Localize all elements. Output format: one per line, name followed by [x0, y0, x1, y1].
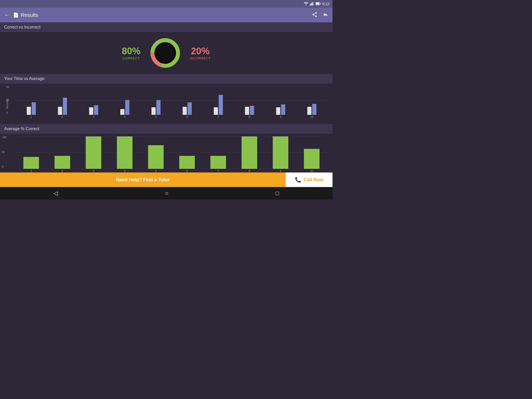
time-chart-section: Seconds 50 25 0 12345678910: [0, 84, 332, 124]
time-bar-label: 5: [140, 115, 171, 118]
svg-text:!: !: [316, 3, 317, 5]
time-bar-label: 7: [203, 115, 234, 118]
svg-rect-3: [313, 2, 314, 5]
correct-vs-incorrect-header: Correct vs Incorrect: [0, 22, 332, 32]
blue-bar: [156, 100, 161, 115]
blue-bar: [281, 104, 285, 115]
avg-bar-group: [117, 136, 132, 169]
nav-back-button[interactable]: ◁: [54, 190, 58, 197]
blue-bar: [312, 104, 316, 115]
green-bar: [242, 136, 257, 169]
time-bar-label: 1: [16, 115, 47, 118]
battery-icon: !: [316, 2, 321, 6]
avg-bar-label: 6: [171, 169, 203, 172]
donut-container: 80% CORRECT 20% INCORRECT: [122, 36, 211, 70]
time-bar-label: 9: [265, 115, 296, 118]
blue-bar: [125, 100, 129, 115]
blue-bar: [250, 106, 254, 115]
page-title: Results: [21, 12, 312, 18]
avg-bars: [16, 136, 327, 169]
svg-rect-5: [320, 3, 321, 4]
avg-bar-group: [210, 156, 226, 169]
svg-rect-2: [312, 2, 313, 5]
help-text: Need Help? Find a Tutor: [116, 177, 170, 183]
avg-y-axis-numbers: 100 50 0: [2, 136, 6, 168]
time-bar-group: [245, 106, 254, 115]
correct-stat: 80% CORRECT: [122, 46, 141, 60]
avg-chart-section: 100 50 0 12345678910: [0, 134, 332, 178]
time-bar-group: [58, 98, 67, 115]
nav-bar: ◁ ○ □: [0, 187, 332, 200]
avg-bar-label: 5: [140, 169, 171, 172]
help-banner: Need Help? Find a Tutor: [0, 172, 286, 187]
time-bar-group: [27, 102, 36, 115]
action-icons: [312, 12, 328, 19]
green-bar: [304, 149, 320, 169]
avg-chart-area: 12345678910: [16, 136, 327, 175]
avg-bar-label: 8: [234, 169, 265, 172]
svg-rect-1: [311, 3, 312, 5]
time-bar-group: [183, 102, 192, 115]
svg-point-11: [156, 43, 175, 63]
green-bar: [55, 156, 70, 169]
wifi-icon: [304, 2, 308, 6]
donut-chart-section: 80% CORRECT 20% INCORRECT: [0, 32, 332, 74]
time-bar-label: 3: [78, 115, 109, 118]
green-bar: [117, 136, 132, 169]
green-bar: [23, 157, 39, 169]
call-now-button[interactable]: 📞 Call Now: [286, 172, 332, 187]
green-bar: [210, 156, 226, 169]
avg-correct-header: Average % Correct: [0, 124, 332, 134]
nav-recent-button[interactable]: □: [276, 190, 279, 197]
green-bar: [273, 136, 288, 169]
signal-icon: [310, 2, 314, 6]
time-bar-group: [151, 100, 161, 115]
avg-bar-group: [55, 156, 70, 169]
avg-bar-label: 9: [265, 169, 296, 172]
white-bar: [27, 107, 31, 115]
bottom-banner: Need Help? Find a Tutor 📞 Call Now: [0, 172, 332, 187]
time-x-labels: 12345678910: [16, 115, 327, 118]
avg-bar-label: 10: [296, 169, 327, 172]
avg-x-labels: 12345678910: [16, 169, 327, 172]
donut-chart: [148, 36, 182, 70]
avg-bar-label: 4: [109, 169, 140, 172]
blue-bar: [188, 102, 192, 115]
white-bar: [151, 107, 156, 115]
blue-bar: [63, 98, 67, 115]
blue-bar: [94, 105, 98, 115]
avg-bar-label: 7: [203, 169, 234, 172]
time-chart-area: 12345678910: [16, 86, 327, 120]
time-bar-group: [307, 104, 316, 115]
avg-bar-label: 3: [78, 169, 109, 172]
time-bar-label: 4: [109, 115, 140, 118]
correct-percent: 80%: [122, 46, 141, 57]
white-bar: [120, 109, 124, 115]
y-axis-numbers: 50 25 0: [6, 86, 9, 114]
white-bar: [58, 107, 62, 115]
correct-label: CORRECT: [122, 57, 141, 60]
green-bar: [148, 145, 164, 169]
app-bar: ← 📄 Results: [0, 8, 332, 22]
white-bar: [214, 107, 218, 115]
time-bar-group: [89, 105, 98, 115]
white-bar: [245, 107, 249, 115]
white-bar: [89, 107, 93, 115]
white-bar: [183, 107, 187, 115]
nav-home-button[interactable]: ○: [165, 190, 168, 197]
time-bar-group: [120, 100, 129, 115]
avg-bar-label: 2: [47, 169, 78, 172]
reply-button[interactable]: [323, 12, 328, 19]
time-bar-label: 2: [47, 115, 78, 118]
time-bars: [16, 86, 327, 115]
time-bar-group: [214, 95, 223, 115]
incorrect-stat: 20% INCORRECT: [190, 46, 211, 60]
back-button[interactable]: ←: [4, 12, 10, 18]
share-button[interactable]: [312, 12, 317, 19]
white-bar: [307, 107, 311, 115]
status-bar: ! 5:12: [0, 0, 332, 8]
time-vs-average-header: Your Time vs Average: [0, 74, 332, 84]
avg-bar-group: [179, 156, 195, 169]
call-text: Call Now: [303, 177, 323, 183]
time-bar-label: 10: [296, 115, 327, 118]
